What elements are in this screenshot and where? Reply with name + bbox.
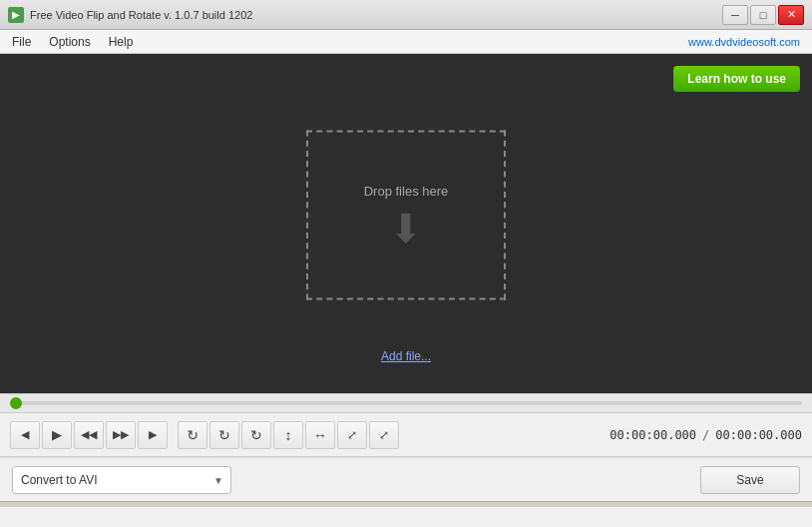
settings-button[interactable]: ⤢ <box>369 421 399 449</box>
maximize-button[interactable]: □ <box>750 5 776 25</box>
controls-bar: ◀ ▶ ◀◀ ▶▶ ▶ ↺ ↻ ↻ ↕ ↔ ⤢ ⤢ 00:00:00.000 /… <box>0 413 812 457</box>
crop-button[interactable]: ⤢ <box>337 421 367 449</box>
skip-end-button[interactable]: ▶▶ <box>106 421 136 449</box>
rotate-180-button[interactable]: ↻ <box>209 421 239 449</box>
website-link[interactable]: www.dvdvideosoft.com <box>688 36 808 48</box>
close-button[interactable]: ✕ <box>778 5 804 25</box>
window-controls: ─ □ ✕ <box>722 5 804 25</box>
time-separator: / <box>702 428 709 442</box>
seek-indicator <box>10 397 22 409</box>
play-button[interactable]: ▶ <box>42 421 72 449</box>
prev-frame-button[interactable]: ◀ <box>10 421 40 449</box>
convert-format-dropdown[interactable]: Convert to AVI Convert to MP4 Convert to… <box>12 466 231 494</box>
save-button[interactable]: Save <box>700 466 800 494</box>
flip-horizontal-button[interactable]: ↔ <box>305 421 335 449</box>
learn-how-button[interactable]: Learn how to use <box>673 66 800 92</box>
menu-items: File Options Help <box>4 33 141 51</box>
menu-options[interactable]: Options <box>41 33 98 51</box>
main-video-area: Learn how to use Drop files here ⬇ Add f… <box>0 54 812 393</box>
seek-bar[interactable] <box>10 401 802 405</box>
bottom-bar: Convert to AVI Convert to MP4 Convert to… <box>0 457 812 501</box>
title-bar: ▶ Free Video Flip and Rotate v. 1.0.7 bu… <box>0 0 812 30</box>
rotate-cw-button[interactable]: ↻ <box>241 421 271 449</box>
seek-bar-area[interactable] <box>0 393 812 413</box>
skip-start-button[interactable]: ◀◀ <box>74 421 104 449</box>
status-bar <box>0 501 812 507</box>
drop-arrow-icon: ⬇ <box>389 208 423 248</box>
rotate-ccw-button[interactable]: ↺ <box>178 421 207 449</box>
menu-file[interactable]: File <box>4 33 39 51</box>
current-time: 00:00:00.000 <box>609 428 696 442</box>
menu-help[interactable]: Help <box>101 33 142 51</box>
app-icon: ▶ <box>8 7 24 23</box>
total-time: 00:00:00.000 <box>715 428 802 442</box>
title-bar-left: ▶ Free Video Flip and Rotate v. 1.0.7 bu… <box>8 7 252 23</box>
minimize-button[interactable]: ─ <box>722 5 748 25</box>
drop-zone-text: Drop files here <box>364 183 449 198</box>
flip-vertical-button[interactable]: ↕ <box>273 421 303 449</box>
menu-bar: File Options Help www.dvdvideosoft.com <box>0 30 812 54</box>
convert-dropdown-wrapper: Convert to AVI Convert to MP4 Convert to… <box>12 466 231 494</box>
title-text: Free Video Flip and Rotate v. 1.0.7 buil… <box>30 9 252 21</box>
next-frame-button[interactable]: ▶ <box>138 421 168 449</box>
add-file-link[interactable]: Add file... <box>381 349 431 363</box>
drop-zone[interactable]: Drop files here ⬇ <box>306 131 506 300</box>
time-display: 00:00:00.000 / 00:00:00.000 <box>609 428 802 442</box>
